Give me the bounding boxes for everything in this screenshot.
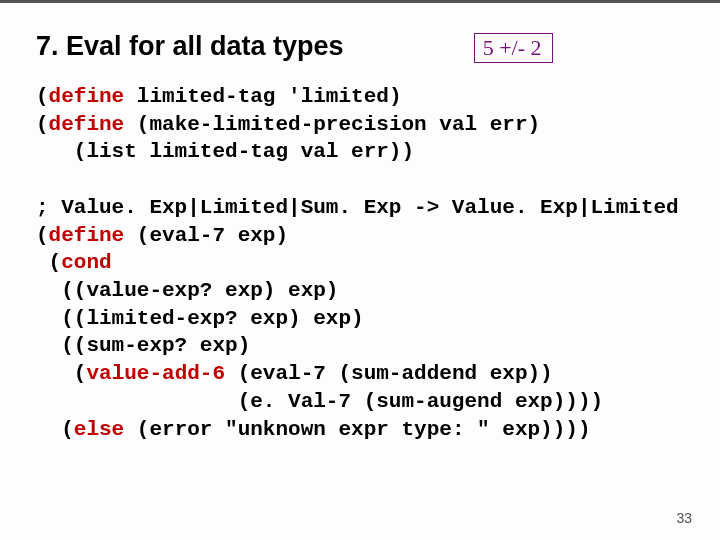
kw-valueadd6: value-add-6 [86,362,225,385]
kw-define-2: define [49,113,125,136]
code-l1a: ( [36,85,49,108]
code-l5a: ( [36,224,49,247]
code-l12b: (error "unknown expr type: " exp)))) [124,418,590,441]
slide-title: 7. Eval for all data types [36,31,344,62]
kw-define-1: define [49,85,125,108]
code-l6a: ( [36,251,61,274]
code-l3: (list limited-tag val err)) [36,140,414,163]
code-l11: (e. Val-7 (sum-augend exp)))) [36,390,603,413]
code-block: (define limited-tag 'limited) (define (m… [36,83,684,443]
page-number: 33 [676,510,692,526]
kw-else: else [74,418,124,441]
code-l2a: ( [36,113,49,136]
code-l10a: ( [36,362,86,385]
code-l2b: (make-limited-precision val err) [124,113,540,136]
code-l4: ; Value. Exp|Limited|Sum. Exp -> Value. … [36,196,679,219]
code-l8: ((limited-exp? exp) exp) [36,307,364,330]
code-l5b: (eval-7 exp) [124,224,288,247]
code-l1b: limited-tag 'limited) [124,85,401,108]
code-l7: ((value-exp? exp) exp) [36,279,338,302]
title-row: 7. Eval for all data types 5 +/- 2 [36,31,684,63]
code-l9: ((sum-exp? exp) [36,334,250,357]
kw-define-3: define [49,224,125,247]
slide: 7. Eval for all data types 5 +/- 2 (defi… [0,0,720,540]
code-l12a: ( [36,418,74,441]
code-l10b: (eval-7 (sum-addend exp)) [225,362,553,385]
kw-cond: cond [61,251,111,274]
precision-badge: 5 +/- 2 [474,33,553,63]
